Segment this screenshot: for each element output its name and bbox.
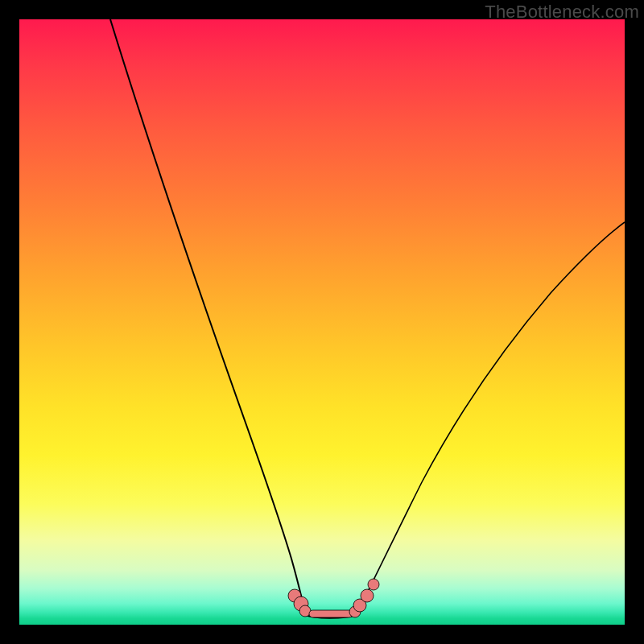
bottleneck-curve-plot [19, 19, 625, 625]
svg-point-7 [368, 579, 379, 590]
trough-markers [288, 579, 379, 617]
watermark-text: TheBottleneck.com [485, 2, 639, 23]
right-curve [356, 222, 625, 615]
chart-frame [19, 19, 625, 625]
left-curve [110, 19, 306, 615]
svg-rect-3 [309, 610, 353, 617]
svg-point-6 [361, 589, 374, 602]
